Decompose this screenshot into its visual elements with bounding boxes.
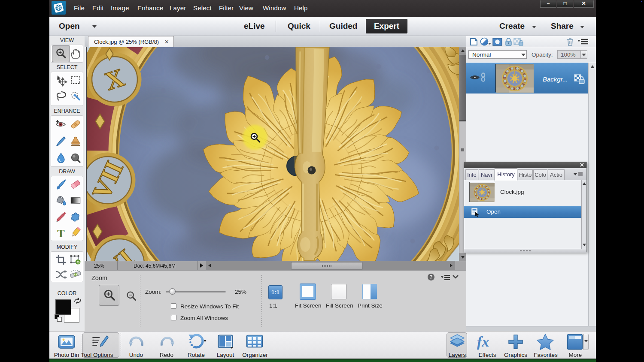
svg-text:T: T xyxy=(57,227,64,239)
